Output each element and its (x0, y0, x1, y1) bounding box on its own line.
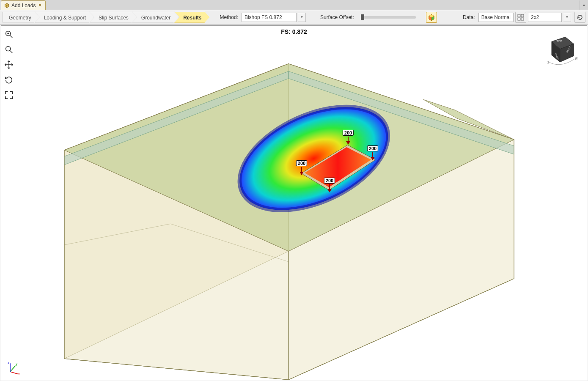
method-value: Bishop FS 0.872 (245, 14, 282, 20)
crumb-results[interactable]: Results (174, 12, 209, 23)
crumb-geometry[interactable]: Geometry (3, 12, 39, 23)
refresh-button[interactable] (574, 12, 585, 23)
svg-text:E: E (575, 57, 578, 61)
surface-offset-slider[interactable] (361, 16, 416, 19)
data-label: Data: (463, 14, 475, 20)
load-value-3: 200 (296, 160, 307, 166)
method-label: Method: (220, 14, 238, 20)
load-arrow-icon (372, 152, 373, 160)
surface-offset-thumb[interactable] (361, 14, 364, 20)
model-cube-icon (4, 3, 10, 8)
svg-rect-7 (518, 14, 520, 17)
workflow-breadcrumb: Geometry Loading & Support Slip Surfaces… (3, 12, 210, 23)
data-value: Base Normal (481, 14, 511, 20)
workflow-options-bar: Geometry Loading & Support Slip Surfaces… (0, 10, 588, 25)
tab-overflow-button[interactable]: ▾ (580, 0, 588, 10)
crumb-slip-surfaces[interactable]: Slip Surfaces (90, 12, 137, 23)
svg-text:TOP: TOP (557, 40, 562, 43)
viewport-grid-button[interactable] (515, 12, 526, 23)
zoom-window-tool[interactable] (3, 28, 15, 40)
data-select[interactable]: Base Normal (478, 13, 514, 22)
document-tab-label: Add Loads (11, 3, 36, 8)
document-tab-add-loads[interactable]: Add Loads ✕ (1, 0, 46, 10)
scene-render (1, 26, 587, 380)
svg-line-36 (10, 366, 16, 372)
zoom-extents-tool[interactable] (3, 89, 15, 101)
load-value-4: 200 (324, 178, 335, 184)
zoom-tool[interactable] (3, 44, 15, 55)
method-select[interactable]: Bishop FS 0.872 (242, 13, 297, 22)
load-value-1: 200 (343, 130, 354, 136)
navigation-cube[interactable]: TOP FRONT RIGHT S E (540, 31, 578, 69)
svg-text:S: S (547, 60, 549, 64)
load-value-2: 200 (367, 145, 378, 151)
document-tab-bar: Add Loads ✕ ▾ (0, 0, 588, 10)
load-arrow-icon (301, 167, 302, 175)
viewport-grid-value: 2x2 (531, 14, 539, 20)
svg-text:z: z (8, 361, 10, 365)
svg-rect-8 (521, 14, 524, 17)
axis-triad-icon: x y z (6, 360, 22, 376)
svg-rect-9 (518, 18, 520, 20)
pan-tool[interactable] (3, 59, 15, 71)
surface-offset-label: Surface Offset: (320, 14, 354, 20)
method-dropdown-icon[interactable]: ▼ (298, 13, 306, 22)
load-arrow-icon (348, 137, 349, 144)
viewport-grid-dropdown-icon[interactable]: ▼ (563, 13, 571, 22)
svg-point-31 (6, 47, 11, 51)
svg-rect-10 (521, 18, 524, 20)
viewport-grid-select[interactable]: 2x2 (528, 13, 562, 22)
svg-text:y: y (16, 362, 18, 366)
3d-viewport[interactable]: FS: 0.872 (1, 25, 587, 380)
svg-text:x: x (18, 372, 20, 376)
view-mode-cube-button[interactable] (426, 12, 437, 23)
orbit-tool[interactable] (3, 74, 15, 86)
view-tool-strip (3, 28, 16, 101)
crumb-groundwater[interactable]: Groundwater (132, 12, 179, 23)
svg-line-35 (10, 372, 18, 374)
svg-line-32 (10, 51, 13, 53)
close-tab-icon[interactable]: ✕ (38, 3, 42, 8)
svg-line-28 (10, 36, 13, 38)
crumb-loading-support[interactable]: Loading & Support (35, 12, 94, 23)
load-arrow-icon (329, 184, 330, 192)
